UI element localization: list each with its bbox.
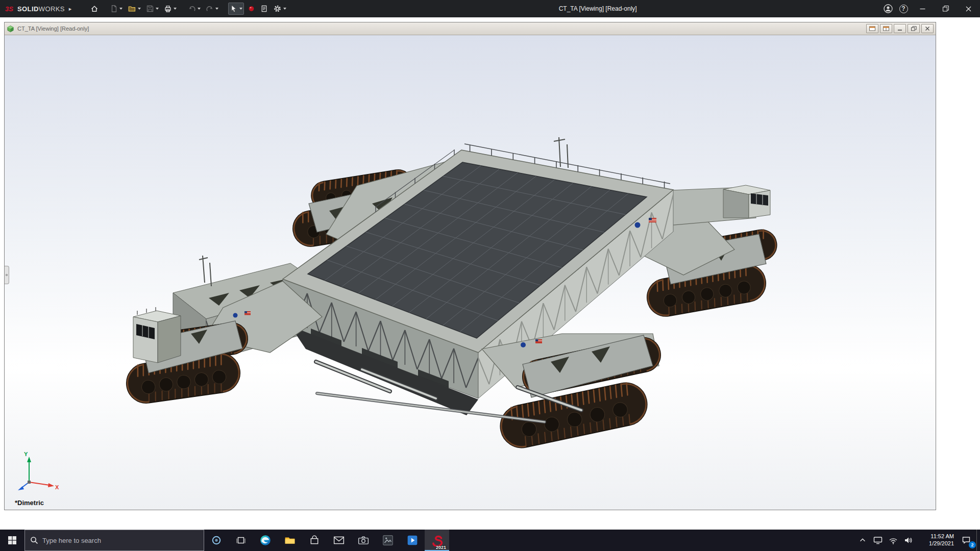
save-button[interactable] (144, 3, 160, 15)
crawler-transporter-3d-model[interactable] (5, 35, 936, 510)
maximize-restore-button[interactable] (934, 0, 957, 17)
help-icon: ? (899, 5, 908, 13)
dropdown-caret-icon[interactable] (156, 8, 159, 10)
photos-icon (382, 535, 394, 546)
us-flag-decal (244, 311, 251, 315)
dropdown-caret-icon[interactable] (215, 8, 218, 10)
dropdown-caret-icon[interactable] (138, 8, 141, 10)
solidworks-version-badge: 2021 (436, 545, 446, 550)
dropdown-caret-icon[interactable] (283, 8, 286, 10)
folder-icon (284, 535, 296, 546)
document-titlebar[interactable]: CT_TA [Viewing] [Read-only] (5, 22, 936, 35)
open-button[interactable] (126, 3, 142, 15)
wifi-icon (889, 536, 898, 545)
titlebar-right-controls: ? (880, 0, 980, 17)
dropdown-caret-icon[interactable] (239, 8, 242, 10)
show-desktop-button[interactable] (976, 530, 980, 551)
minimize-icon (920, 6, 925, 12)
media-player-icon (407, 535, 418, 546)
control-cab-right[interactable] (723, 185, 770, 218)
cortana-button[interactable] (204, 530, 229, 551)
undo-button[interactable] (186, 3, 202, 15)
chevron-up-icon (859, 536, 867, 544)
home-icon (90, 5, 99, 13)
close-button[interactable] (957, 0, 980, 17)
gear-icon (273, 5, 282, 13)
triad-x-label: X (55, 484, 59, 490)
doc-restore-button[interactable] (908, 24, 920, 33)
print-button[interactable] (162, 3, 178, 15)
camera-app-icon[interactable] (351, 530, 376, 551)
notification-count-badge: 2 (969, 541, 976, 548)
start-button[interactable] (0, 530, 24, 551)
quick-access-toolbar (89, 3, 288, 15)
orientation-triad: Y X (9, 449, 60, 495)
solidworks-taskbar-icon[interactable]: 2021 (425, 530, 449, 551)
close-icon (966, 6, 971, 12)
new-document-button[interactable] (108, 3, 124, 15)
dropdown-caret-icon[interactable] (119, 8, 122, 10)
cortana-icon (211, 535, 222, 545)
home-button[interactable] (89, 3, 100, 15)
select-tool-button[interactable] (228, 3, 244, 15)
monitor-icon (873, 536, 883, 545)
search-input[interactable] (42, 537, 199, 544)
photos-app-icon[interactable] (376, 530, 400, 551)
view-orientation-label: *Dimetric (15, 499, 44, 507)
redo-icon (206, 5, 214, 13)
doc-layout-button-1[interactable] (866, 24, 878, 33)
brand-solid-text: SOLID (17, 5, 39, 13)
assembly-cube-icon (7, 25, 14, 33)
account-button[interactable] (880, 0, 896, 17)
tray-volume-icon[interactable] (901, 530, 916, 551)
speaker-icon (904, 536, 913, 545)
document-properties-button[interactable] (259, 3, 270, 15)
shopping-bag-icon (309, 535, 320, 545)
appearance-sphere-button[interactable] (246, 3, 257, 15)
doc-close-button[interactable] (921, 24, 934, 33)
print-icon (164, 5, 172, 13)
tray-network-icon[interactable] (886, 530, 901, 551)
close-icon (925, 26, 930, 31)
menu-expand-icon[interactable]: ▸ (69, 6, 72, 12)
media-app-icon[interactable] (400, 530, 425, 551)
window-layout-icon (869, 26, 875, 31)
svg-text:3S: 3S (5, 5, 13, 13)
document-properties-icon (260, 5, 268, 13)
redo-button[interactable] (204, 3, 220, 15)
document-title: CT_TA [Viewing] [Read-only] (17, 26, 865, 32)
search-icon (30, 536, 38, 544)
minimize-button[interactable] (911, 0, 934, 17)
mail-icon[interactable] (327, 530, 351, 551)
file-explorer-icon[interactable] (278, 530, 302, 551)
dropdown-caret-icon[interactable] (174, 8, 177, 10)
taskbar-clock[interactable]: 11:52 AM 1/29/2021 (916, 530, 956, 551)
graphics-viewport[interactable]: Y X *Dimetric (5, 35, 936, 510)
minimize-icon (897, 26, 903, 31)
control-cab-left[interactable] (133, 307, 181, 363)
store-icon[interactable] (302, 530, 327, 551)
feature-tree-splitter-handle[interactable] (5, 266, 9, 284)
tray-expand-button[interactable] (855, 530, 870, 551)
tray-display-icon[interactable] (870, 530, 886, 551)
us-flag-decal (649, 218, 656, 222)
help-button[interactable]: ? (896, 0, 911, 17)
taskbar-search[interactable] (24, 530, 204, 551)
doc-minimize-button[interactable] (894, 24, 906, 33)
dropdown-caret-icon[interactable] (198, 8, 201, 10)
camera-icon (358, 536, 369, 545)
brand-works-text: WORKS (39, 5, 65, 13)
edge-icon (259, 534, 272, 546)
open-folder-icon (128, 5, 136, 13)
clock-date: 1/29/2021 (929, 540, 954, 547)
undo-icon (188, 5, 196, 13)
options-button[interactable] (272, 3, 288, 15)
solidworks-logo: 3S SOLIDWORKS ▸ (5, 4, 71, 13)
action-center-button[interactable]: 2 (956, 530, 976, 551)
edge-browser-icon[interactable] (253, 530, 278, 551)
doc-layout-button-2[interactable] (880, 24, 892, 33)
windows-taskbar: 2021 (0, 530, 980, 551)
clock-time: 11:52 AM (930, 533, 954, 540)
task-view-button[interactable] (229, 530, 253, 551)
window-title: CT_TA [Viewing] [Read-only] (559, 5, 637, 12)
